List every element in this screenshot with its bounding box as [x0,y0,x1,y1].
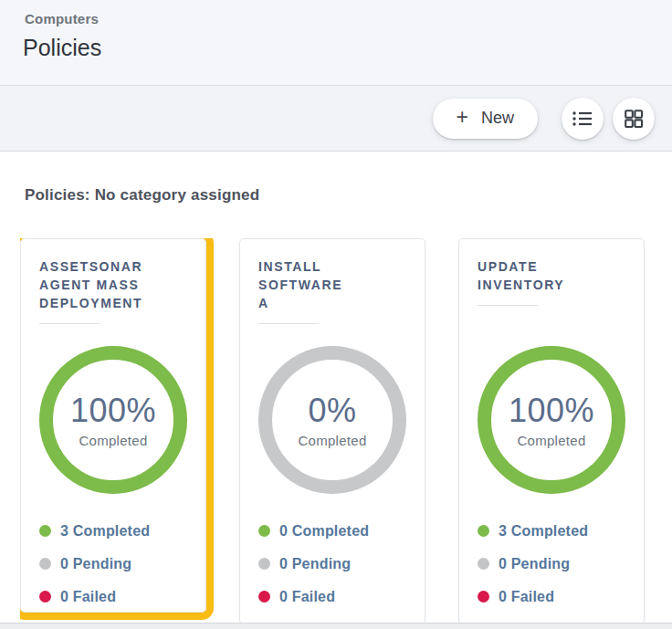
completion-donut-chart: 100% Completed [39,346,187,494]
failed-count-label: 0 Failed [60,589,116,605]
failed-dot-icon [478,591,489,603]
legend-item-completed: 3 Completed [39,523,187,539]
completion-donut-chart: 100% Completed [478,346,625,494]
policy-card-title: ASSETSONAR AGENT MASS DEPLOYMENT [39,257,187,312]
card-divider [39,323,100,324]
card-head: UPDATE INVENTORY [478,257,625,346]
legend-item-completed: 0 Completed [258,523,406,539]
grid-view-button[interactable] [613,98,655,140]
legend-item-completed: 3 Completed [478,523,625,539]
policy-card-title: INSTALL SOFTWARE A [258,257,406,312]
status-legend: 0 Completed 0 Pending 0 Failed [258,523,406,604]
title-line: A [258,294,406,312]
title-line: DEPLOYMENT [39,294,187,312]
policy-card-assetsonar-agent-mass-deployment[interactable]: ASSETSONAR AGENT MASS DEPLOYMENT 100% Co… [20,238,206,613]
completed-count-label: 3 Completed [499,523,588,540]
grid-view-icon [623,108,645,130]
failed-dot-icon [39,591,51,603]
completion-percent: 100% [70,392,156,430]
card-head: ASSETSONAR AGENT MASS DEPLOYMENT [39,257,187,346]
failed-count-label: 0 Failed [499,589,554,605]
legend-item-failed: 0 Failed [39,589,187,604]
status-legend: 3 Completed 0 Pending 0 Failed [39,523,187,604]
plus-icon: + [457,107,468,128]
completed-dot-icon [478,525,489,537]
card-divider [258,323,319,324]
horizontal-scroll-track[interactable] [0,623,672,629]
completion-donut-chart: 0% Completed [258,346,406,494]
legend-item-pending: 0 Pending [478,556,625,571]
policy-cards: ASSETSONAR AGENT MASS DEPLOYMENT 100% Co… [20,238,672,624]
legend-item-pending: 0 Pending [39,556,187,571]
pending-count-label: 0 Pending [499,556,570,572]
title-line: INSTALL SOFTWARE [258,257,406,294]
pending-count-label: 0 Pending [279,556,351,572]
page-header: Computers Policies [0,0,672,85]
completion-percent-label: Completed [298,433,366,448]
failed-dot-icon [258,591,270,603]
completion-percent-label: Completed [79,433,147,448]
content-area: Policies: No category assigned ASSETSONA… [0,186,672,624]
new-button[interactable]: + New [433,99,538,139]
page-title: Policies [23,35,672,61]
completed-count-label: 0 Completed [279,523,369,540]
card-divider [478,305,538,306]
pending-dot-icon [39,558,51,570]
title-line: AGENT MASS [39,276,187,294]
policy-card-update-inventory[interactable]: UPDATE INVENTORY 100% Completed 3 Comple… [458,238,645,624]
breadcrumb[interactable]: Computers [25,11,672,26]
status-legend: 3 Completed 0 Pending 0 Failed [478,523,625,604]
list-view-icon [571,108,594,130]
completed-count-label: 3 Completed [60,523,150,540]
pending-dot-icon [478,558,489,570]
pending-dot-icon [258,558,270,570]
title-line: INVENTORY [478,276,625,294]
policy-card-install-software-a[interactable]: INSTALL SOFTWARE A 0% Completed 0 Comple… [239,238,425,624]
legend-item-failed: 0 Failed [478,589,625,604]
legend-item-pending: 0 Pending [258,556,406,571]
completion-percent: 100% [509,392,594,430]
completed-dot-icon [39,525,51,537]
completed-dot-icon [258,525,270,537]
card-head: INSTALL SOFTWARE A [258,257,406,346]
legend-item-failed: 0 Failed [258,589,406,604]
section-heading: Policies: No category assigned [25,186,672,204]
pending-count-label: 0 Pending [60,556,131,572]
title-line: UPDATE [478,257,625,276]
policies-screen: Computers Policies + New [0,0,672,629]
policy-card-title: UPDATE INVENTORY [478,257,625,294]
completion-percent: 0% [308,392,356,430]
new-button-label: New [481,109,514,128]
failed-count-label: 0 Failed [279,589,335,605]
title-line: ASSETSONAR [39,257,187,276]
completion-percent-label: Completed [517,433,585,448]
toolbar: + New [0,85,672,152]
list-view-button[interactable] [562,98,604,140]
